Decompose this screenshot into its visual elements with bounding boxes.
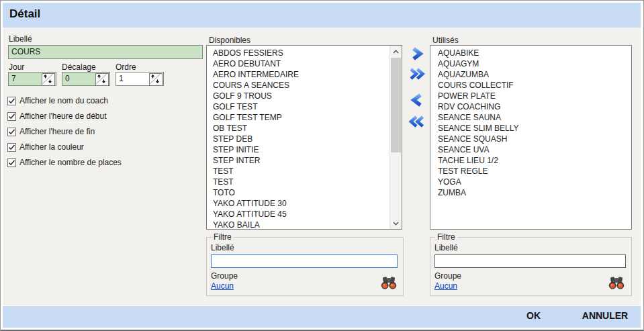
filter-legend: Filtre [212, 232, 234, 242]
list-item[interactable]: AERO INTERMEDAIRE [207, 69, 389, 80]
checkbox-start-time[interactable]: Afficher l'heure de début [7, 111, 107, 122]
filter-libelle-label: Libellé [434, 243, 458, 252]
list-item[interactable]: ABDOS FESSIERS [207, 48, 389, 58]
checkbox-box[interactable] [7, 112, 16, 121]
filter-groupe-label: Groupe [434, 271, 461, 281]
available-list-items: ABDOS FESSIERSAERO DEBUTANTAERO INTERMED… [207, 48, 389, 230]
double-chevron-left-icon [408, 115, 426, 128]
list-item[interactable]: TOTO [207, 187, 389, 198]
checkbox-label: Afficher l'heure de fin [19, 127, 95, 136]
libelle-input[interactable]: COURS [8, 45, 203, 59]
scrollbar-thumb[interactable] [391, 58, 401, 152]
detail-dialog: Détail Libellé COURS Jour Décalage Ordre… [0, 0, 644, 331]
checkbox-places-count[interactable]: Afficher le nombre de places [7, 157, 122, 168]
checkbox-box[interactable] [7, 97, 16, 105]
decalage-spinner-buttons-icon[interactable] [95, 73, 109, 86]
list-item[interactable]: YAKO BAILA [207, 220, 389, 230]
jour-spinner-buttons-icon[interactable] [42, 73, 55, 86]
list-item[interactable]: POWER PLATE [430, 91, 631, 101]
ordre-spinner[interactable]: 1 [116, 72, 164, 86]
scroll-down-button[interactable] [390, 218, 402, 229]
list-item[interactable]: YOGA [430, 177, 631, 187]
chevron-down-icon [393, 222, 399, 226]
move-all-right-button[interactable] [408, 67, 426, 82]
double-chevron-right-icon [408, 67, 426, 81]
list-item[interactable]: YAKO ATTITUDE 30 [207, 198, 389, 209]
used-listbox[interactable]: AQUABIKEAQUAGYMAQUAZUMBACOURS COLLECTIFP… [430, 45, 632, 230]
checkbox-color[interactable]: Afficher la couleur [7, 142, 84, 152]
list-item[interactable]: TEST [207, 166, 389, 177]
move-left-button[interactable] [408, 93, 426, 108]
ok-button[interactable]: OK [518, 310, 549, 321]
list-item[interactable]: SEANCE SLIM BELLY [430, 123, 631, 134]
jour-spinner[interactable]: 7 [8, 72, 56, 86]
checkbox-label: Afficher la couleur [19, 142, 84, 152]
libelle-label: Libellé [9, 34, 32, 44]
list-item[interactable]: TEST REGLE [430, 166, 631, 177]
chevron-up-icon [393, 50, 399, 54]
list-item[interactable]: ZUMBA [430, 187, 631, 198]
jour-spinner-value[interactable]: 7 [11, 74, 16, 83]
list-item[interactable]: TACHE LIEU 1/2 [430, 155, 631, 166]
list-item[interactable]: OB TEST [207, 123, 389, 134]
available-filter-search-button[interactable] [380, 275, 398, 291]
list-item[interactable]: SEANCE SAUNA [430, 112, 631, 123]
checkbox-box[interactable] [7, 158, 16, 167]
available-filter-groupe-link[interactable]: Aucun [211, 281, 234, 291]
filter-legend: Filtre [435, 232, 457, 242]
list-item[interactable]: SEANCE SQUASH [430, 134, 631, 144]
checkbox-label: Afficher l'heure de début [19, 111, 107, 121]
list-item[interactable]: SEANCE UVA [430, 144, 631, 155]
move-all-left-button[interactable] [408, 115, 426, 130]
chevron-left-icon [409, 93, 425, 107]
available-list-label: Disponibles [209, 36, 250, 45]
used-filter-groupe-link[interactable]: Aucun [434, 281, 457, 291]
list-item[interactable]: AQUABIKE [430, 48, 631, 58]
checkbox-end-time[interactable]: Afficher l'heure de fin [7, 126, 95, 137]
used-list-label: Utilisés [432, 36, 459, 45]
dialog-title: Détail [9, 7, 40, 21]
filter-libelle-label: Libellé [211, 243, 234, 252]
filter-groupe-label: Groupe [211, 271, 238, 281]
decalage-label: Décalage [62, 62, 96, 72]
ordre-spinner-buttons-icon[interactable] [149, 73, 163, 86]
used-filter-libelle-input[interactable] [434, 254, 626, 268]
available-scrollbar[interactable] [389, 46, 402, 229]
list-item[interactable]: GOLF TEST TEMP [207, 112, 389, 123]
jour-label: Jour [9, 62, 24, 72]
decalage-spinner-value[interactable]: 0 [65, 74, 70, 83]
used-filter-search-button[interactable] [608, 275, 625, 291]
move-right-button[interactable] [408, 47, 426, 62]
checkbox-box[interactable] [7, 128, 16, 136]
list-item[interactable]: AQUAGYM [430, 58, 631, 69]
checkbox-box[interactable] [7, 143, 16, 152]
chevron-right-icon [409, 47, 425, 60]
list-item[interactable]: STEP INTER [207, 155, 389, 166]
used-list-items: AQUABIKEAQUAGYMAQUAZUMBACOURS COLLECTIFP… [430, 48, 631, 198]
list-item[interactable]: YAKO ATTITUDE 45 [207, 209, 389, 220]
ordre-label: Ordre [116, 62, 136, 72]
checkbox-label: Afficher le nom du coach [19, 96, 108, 105]
list-item[interactable]: AERO DEBUTANT [207, 58, 389, 69]
decalage-spinner[interactable]: 0 [62, 72, 110, 86]
available-listbox[interactable]: ABDOS FESSIERSAERO DEBUTANTAERO INTERMED… [206, 45, 402, 230]
list-item[interactable]: RDV COACHING [430, 101, 631, 112]
binoculars-icon [380, 275, 398, 291]
list-item[interactable]: COURS A SEANCES [207, 80, 389, 91]
available-filter-libelle-input[interactable] [211, 254, 398, 268]
ordre-spinner-value[interactable]: 1 [119, 74, 124, 83]
checkbox-coach-name[interactable]: Afficher le nom du coach [7, 95, 108, 106]
list-item[interactable]: GOLF 9 TROUS [207, 91, 389, 101]
binoculars-icon [608, 275, 625, 291]
annuler-button[interactable]: ANNULER [578, 310, 632, 321]
list-item[interactable]: COURS COLLECTIF [430, 80, 631, 91]
list-item[interactable]: AQUAZUMBA [430, 69, 631, 80]
scroll-up-button[interactable] [390, 46, 402, 57]
list-item[interactable]: STEP DEB [207, 134, 389, 144]
checkbox-label: Afficher le nombre de places [19, 158, 122, 167]
list-item[interactable]: STEP INITIE [207, 144, 389, 155]
list-item[interactable]: TEST [207, 177, 389, 187]
list-item[interactable]: GOLF TEST [207, 101, 389, 112]
dialog-header [3, 3, 641, 28]
